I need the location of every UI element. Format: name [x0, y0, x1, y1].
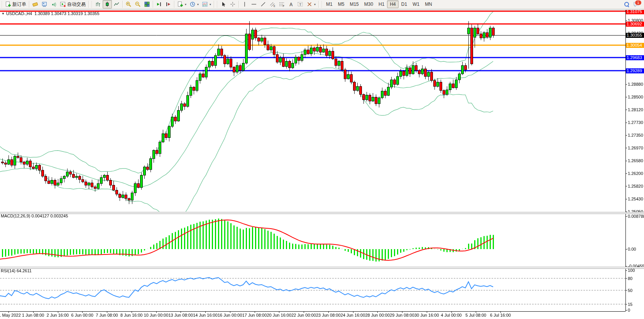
horizontal-line-icon	[251, 1, 257, 7]
zoom-out-icon	[135, 1, 141, 7]
channel-icon: E	[269, 1, 276, 7]
chat-button[interactable]: 1	[633, 1, 640, 7]
candlestick-chart-button[interactable]	[103, 0, 112, 8]
collapse-icon[interactable]: ▼	[2, 12, 5, 15]
crosshair-icon	[230, 1, 236, 7]
timeframe-m5-button[interactable]: M5	[335, 0, 347, 8]
chart-window: ▼USDCAD-,H4 1.30389 1.30473 1.30319 1.30…	[0, 8, 644, 319]
chart-title: ▼USDCAD-,H4 1.30389 1.30473 1.30319 1.30…	[2, 11, 100, 16]
timeframe-h1-button[interactable]: H1	[376, 0, 387, 8]
timeframe-w1-button[interactable]: W1	[410, 0, 422, 8]
new-order-label: 新订单	[12, 1, 26, 8]
new-chart-icon	[177, 1, 183, 7]
new-order-icon	[5, 1, 11, 7]
horizontal-line-tool-button[interactable]	[249, 0, 259, 8]
line-chart-icon	[113, 1, 120, 7]
tile-windows-button[interactable]	[142, 0, 152, 8]
autotrading-button[interactable]: 自动交易	[58, 0, 87, 8]
svg-text:F: F	[283, 5, 284, 7]
terminal-icon	[41, 1, 47, 7]
chart-shift-icon	[165, 1, 171, 7]
svg-text:A: A	[289, 2, 293, 7]
auto-scroll-icon	[156, 1, 162, 7]
ticket-icon	[32, 1, 38, 7]
chart-canvas[interactable]	[0, 8, 644, 319]
timeframe-h4-button[interactable]: H4	[387, 0, 398, 8]
timeframe-d1-button[interactable]: D1	[399, 0, 410, 8]
new-order-button[interactable]: 新订单	[3, 0, 28, 8]
ohlc-values-label: 1.30389 1.30473 1.30319 1.30355	[34, 11, 99, 16]
clock-icon	[189, 1, 196, 7]
timeframe-mn-button[interactable]: MN	[422, 0, 435, 8]
tile-windows-icon	[144, 1, 150, 7]
autotrading-label: 自动交易	[67, 1, 86, 8]
vertical-line-tool-button[interactable]	[240, 0, 249, 8]
indicators-icon	[202, 1, 208, 7]
svg-text:T: T	[299, 3, 302, 7]
timeframe-m15-button[interactable]: M15	[347, 0, 361, 8]
zoom-in-icon	[125, 1, 132, 7]
arrows-tool-button[interactable]: ▾	[305, 0, 317, 8]
timeframe-m30-button[interactable]: M30	[362, 0, 376, 8]
notification-badge: 1	[635, 0, 642, 5]
trendline-icon	[260, 1, 266, 7]
signal-icon	[51, 1, 57, 7]
profiles-button[interactable]: ▾	[188, 0, 200, 8]
caret-down-icon: ▾	[210, 3, 211, 6]
main-toolbar: 新订单 自动交易 ▾ ▾ ▾ E F A T ▾ M1 M5 M15 M30 H…	[0, 0, 644, 9]
toolbar-grip[interactable]	[1, 1, 3, 7]
zoom-in-button[interactable]	[124, 0, 133, 8]
cursor-icon	[220, 1, 226, 7]
symbol-period-label: USDCAD-,H4	[6, 11, 32, 16]
new-chart-button[interactable]: ▾	[176, 0, 188, 8]
svg-text:E: E	[274, 5, 276, 7]
indicators-button[interactable]: ▾	[200, 0, 213, 8]
terminal-button[interactable]	[40, 0, 49, 8]
timeframe-m1-button[interactable]: M1	[323, 0, 335, 8]
trendline-tool-button[interactable]	[259, 0, 268, 8]
text-label-icon: T	[297, 1, 303, 7]
text-label-tool-button[interactable]: T	[296, 0, 305, 8]
vertical-line-icon	[242, 1, 248, 7]
chart-shift-button[interactable]	[164, 0, 173, 8]
arrows-icon	[306, 1, 313, 7]
autotrading-icon	[60, 1, 66, 7]
macd-panel-divider[interactable]	[0, 212, 644, 214]
macd-indicator-label: MACD(12,26,9) 0.004127 0.003245	[1, 214, 68, 218]
zoom-out-button[interactable]	[133, 0, 142, 8]
fibonacci-icon: F	[279, 1, 285, 7]
caret-down-icon: ▾	[185, 3, 186, 6]
channel-tool-button[interactable]: E	[268, 0, 277, 8]
bar-chart-icon	[95, 1, 101, 7]
fibonacci-tool-button[interactable]: F	[277, 0, 286, 8]
caret-down-icon: ▾	[197, 3, 199, 6]
text-icon: A	[288, 1, 294, 7]
caret-down-icon: ▾	[314, 3, 316, 6]
ticket-button[interactable]	[30, 0, 40, 8]
text-tool-button[interactable]: A	[286, 0, 296, 8]
signal-button[interactable]	[49, 0, 58, 8]
auto-scroll-button[interactable]	[154, 0, 164, 8]
bar-chart-button[interactable]	[93, 0, 103, 8]
cursor-tool-button[interactable]	[219, 0, 228, 8]
rsi-indicator-label: RSI(14) 64.2611	[1, 268, 32, 273]
crosshair-tool-button[interactable]	[228, 0, 237, 8]
candlestick-icon	[104, 1, 110, 7]
rsi-panel-divider[interactable]	[0, 267, 644, 269]
line-chart-button[interactable]	[112, 0, 121, 8]
search-icon[interactable]	[624, 2, 629, 7]
